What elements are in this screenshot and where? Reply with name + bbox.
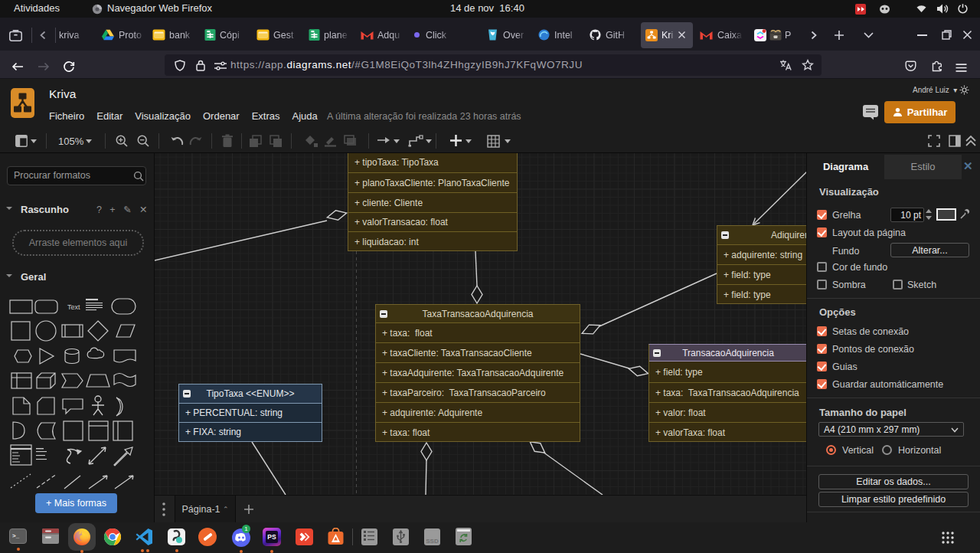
svg-text:Text: Text <box>67 303 80 311</box>
